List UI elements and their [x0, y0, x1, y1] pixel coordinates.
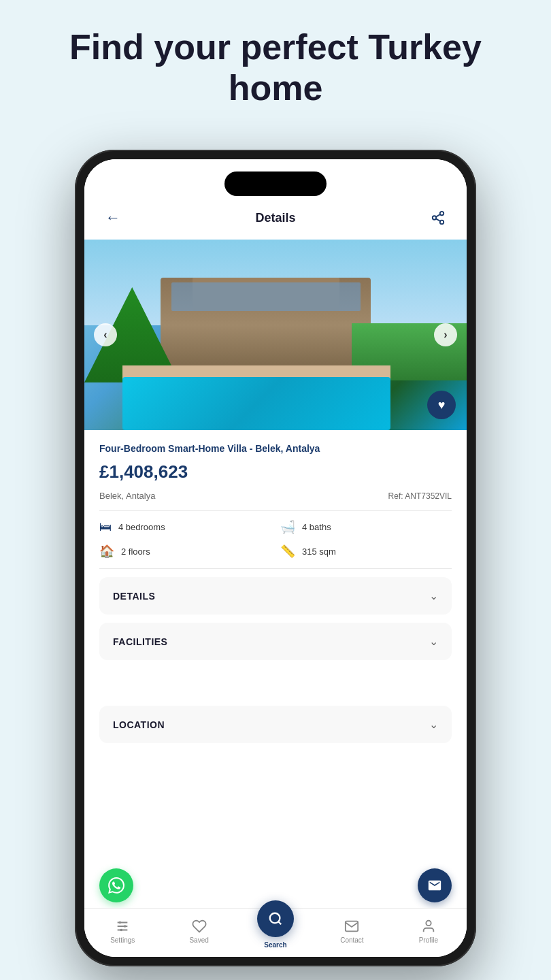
svg-line-4 — [436, 214, 440, 217]
svg-point-10 — [120, 929, 123, 932]
email-icon — [427, 878, 442, 893]
dynamic-island — [224, 172, 327, 196]
sqm-text: 315 sqm — [302, 546, 336, 557]
back-button[interactable]: ← — [101, 206, 125, 230]
hero-title: Find your perfect Turkey home — [0, 0, 551, 129]
image-slider: ‹ › ♥ — [84, 240, 467, 430]
chevron-down-icon: ⌄ — [429, 589, 438, 602]
chevron-right-icon: › — [444, 329, 447, 341]
property-ref: Ref: ANT7352VIL — [388, 491, 452, 501]
bedrooms-text: 4 bedrooms — [118, 522, 165, 532]
nav-contact[interactable]: Contact — [314, 919, 390, 944]
property-details-scroll[interactable]: Four-Bedroom Smart-Home Villa - Belek, A… — [84, 430, 467, 957]
phone-screen: ← Details — [84, 159, 467, 957]
back-arrow-icon: ← — [105, 209, 120, 227]
nav-settings[interactable]: Settings — [84, 919, 161, 944]
page-title: Details — [255, 211, 295, 225]
email-fab[interactable] — [418, 868, 452, 902]
settings-label: Settings — [110, 936, 135, 944]
nav-profile[interactable]: Profile — [390, 919, 467, 944]
details-accordion[interactable]: DETAILS ⌄ — [99, 577, 452, 615]
property-image — [84, 240, 467, 430]
bottom-nav: Settings Saved — [84, 908, 467, 957]
property-price: £1,408,623 — [99, 461, 452, 483]
bed-icon: 🛏 — [99, 520, 112, 534]
profile-label: Profile — [419, 936, 438, 944]
svg-line-3 — [436, 218, 440, 221]
settings-icon — [115, 919, 130, 934]
contact-label: Contact — [340, 936, 363, 944]
phone-shell: ← Details — [75, 150, 476, 966]
floors-feature: 🏠 2 floors — [99, 544, 271, 559]
property-title: Four-Bedroom Smart-Home Villa - Belek, A… — [99, 442, 452, 455]
nav-search[interactable]: Search — [237, 914, 314, 949]
pool-img — [122, 377, 390, 430]
nav-saved[interactable]: Saved — [161, 919, 237, 944]
location-partial-label: LOCATION — [113, 719, 165, 730]
location-accordion-partial[interactable]: LOCATION ⌄ — [99, 706, 452, 743]
share-icon — [431, 210, 446, 225]
heart-icon: ♥ — [438, 398, 446, 412]
facilities-accordion-label: FACILITIES — [113, 636, 167, 647]
share-button[interactable] — [426, 206, 450, 230]
favorite-button[interactable]: ♥ — [427, 391, 456, 419]
sqm-icon: 📏 — [280, 544, 295, 559]
search-fab-icon — [268, 911, 283, 926]
details-accordion-label: DETAILS — [113, 591, 155, 602]
features-grid: 🛏 4 bedrooms 🛁 4 baths 🏠 2 floors 📏 315 … — [99, 519, 452, 559]
whatsapp-icon — [108, 877, 124, 894]
chevron-down-icon-4: ⌄ — [429, 718, 438, 731]
property-location-row: Belek, Antalya Ref: ANT7352VIL — [99, 491, 452, 501]
slider-next-button[interactable]: › — [434, 323, 457, 346]
sqm-feature: 📏 315 sqm — [280, 544, 452, 559]
svg-point-9 — [124, 925, 127, 928]
slider-prev-button[interactable]: ‹ — [94, 323, 117, 346]
baths-feature: 🛁 4 baths — [280, 519, 452, 534]
baths-text: 4 baths — [302, 522, 331, 532]
svg-line-12 — [278, 921, 281, 924]
bedrooms-feature: 🛏 4 bedrooms — [99, 519, 271, 534]
divider-1 — [99, 510, 452, 511]
building-img — [161, 278, 371, 373]
whatsapp-fab[interactable] — [99, 868, 133, 902]
saved-label: Saved — [189, 936, 208, 944]
svg-point-8 — [119, 921, 122, 924]
property-location: Belek, Antalya — [99, 491, 155, 501]
facilities-accordion[interactable]: FACILITIES ⌄ — [99, 623, 452, 660]
app-content: ← Details — [84, 159, 467, 957]
divider-2 — [99, 568, 452, 569]
heart-outline-icon — [192, 919, 207, 934]
chevron-down-icon-2: ⌄ — [429, 635, 438, 648]
profile-icon — [421, 919, 436, 934]
svg-point-13 — [426, 921, 431, 926]
floors-icon: 🏠 — [99, 544, 114, 559]
contact-icon — [344, 919, 359, 934]
search-fab-label: Search — [264, 941, 286, 949]
floors-text: 2 floors — [121, 546, 150, 557]
bath-icon: 🛁 — [280, 519, 295, 534]
chevron-left-icon: ‹ — [103, 329, 107, 341]
svg-point-11 — [270, 913, 280, 924]
search-fab-button[interactable] — [257, 900, 294, 937]
